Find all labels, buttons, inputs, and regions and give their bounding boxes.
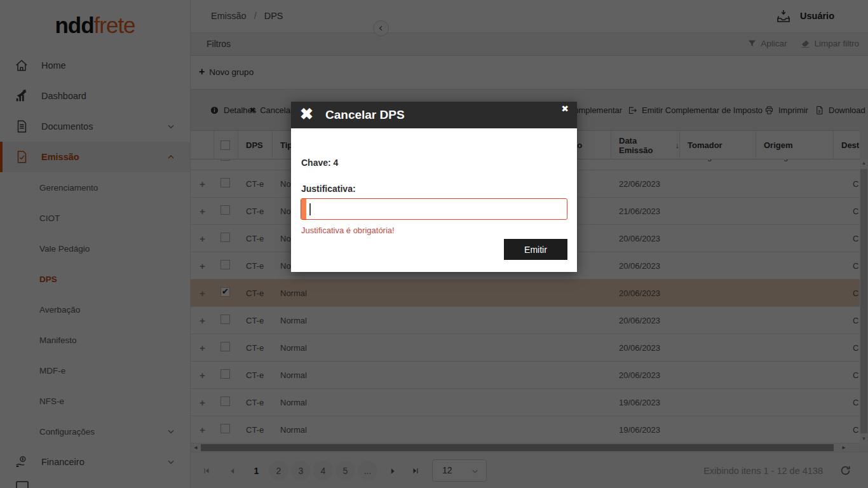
- cancelar-dps-modal: ✖ Cancelar DPS ✖ Chave: 4 Justificativa:…: [291, 102, 577, 272]
- modal-title: Cancelar DPS: [325, 108, 405, 122]
- cancel-x-icon: ✖: [300, 105, 313, 123]
- validation-error: Justificativa é obrigatória!: [301, 226, 395, 235]
- justificativa-label: Justificativa:: [301, 184, 356, 194]
- modal-body: Chave: 4 Justificativa: Justificativa é …: [291, 128, 577, 272]
- justificativa-input[interactable]: [301, 198, 567, 220]
- input-accent-bar: [301, 199, 306, 219]
- text-cursor: [309, 203, 311, 215]
- modal-header: ✖ Cancelar DPS ✖: [291, 102, 577, 128]
- emitir-button[interactable]: Emitir: [504, 239, 567, 260]
- chave-label: Chave: 4: [301, 158, 338, 168]
- modal-close-button[interactable]: ✖: [561, 104, 569, 114]
